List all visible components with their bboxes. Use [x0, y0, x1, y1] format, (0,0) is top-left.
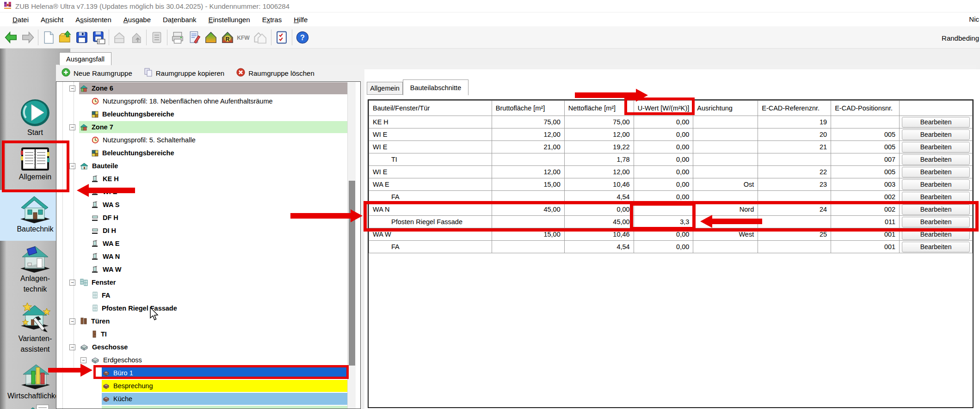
- renovation-r-house-icon[interactable]: R: [219, 29, 236, 46]
- tree-item-label: Beleuchtungsbereiche: [102, 110, 174, 118]
- bearbeiten-button[interactable]: Bearbeiten: [902, 142, 970, 153]
- bearbeiten-button[interactable]: Bearbeiten: [902, 179, 970, 190]
- tree-guide-line: [62, 82, 63, 409]
- tree-item-zone-6[interactable]: −Zone 6: [56, 82, 347, 95]
- open-folder-icon[interactable]: [57, 29, 74, 46]
- bearbeiten-button[interactable]: Bearbeiten: [902, 204, 970, 215]
- cell-bauteil: WA W: [369, 228, 492, 241]
- table-row[interactable]: FA4,540,00002Bearbeiten: [369, 191, 973, 203]
- help-icon[interactable]: ?: [294, 29, 311, 46]
- bearbeiten-button[interactable]: Bearbeiten: [902, 154, 970, 165]
- forward-icon[interactable]: [19, 29, 36, 46]
- bearbeiten-button[interactable]: Bearbeiten: [902, 167, 970, 177]
- checklist-icon[interactable]: [273, 29, 290, 46]
- tree-collapse-toggle[interactable]: −: [69, 280, 75, 286]
- cell-value: 19,22: [564, 141, 634, 153]
- tree-item-wa-n[interactable]: WA N: [56, 250, 347, 263]
- tree-item-wi-e[interactable]: WI E: [56, 185, 347, 198]
- buildings-outline-icon[interactable]: [253, 29, 269, 46]
- tree-item-bauteile[interactable]: −Bauteile: [56, 159, 347, 172]
- tree-item-geschosse[interactable]: −Geschosse: [56, 341, 347, 354]
- table-row[interactable]: WA E15,0010,460,00Ost23003Bearbeiten: [369, 178, 973, 191]
- tree-item-wa-e[interactable]: WA E: [56, 237, 347, 250]
- cell-value: 21,00: [492, 141, 564, 153]
- menu-item-datenbank[interactable]: Datenbank: [157, 14, 203, 25]
- menu-item-hilfe[interactable]: Hilfe: [288, 14, 314, 25]
- menu-item-datei[interactable]: Datei: [6, 14, 35, 25]
- table-row[interactable]: WA N45,000,00Nord24002Bearbeiten: [369, 203, 973, 216]
- bearbeiten-button[interactable]: Bearbeiten: [902, 117, 970, 128]
- tree-item-beleuchtungsbereiche[interactable]: Beleuchtungsbereiche: [56, 108, 347, 121]
- tree-collapse-toggle[interactable]: −: [80, 357, 86, 363]
- tree-collapse-toggle[interactable]: −: [69, 163, 75, 169]
- table-row[interactable]: WI E12,0012,000,0022005Bearbeiten: [369, 166, 973, 178]
- tree-item-di-h[interactable]: DI H: [56, 224, 347, 237]
- tab-bauteilabschnitte[interactable]: Bauteilabschnitte: [403, 79, 468, 95]
- table-row[interactable]: FA4,540,00001Bearbeiten: [369, 241, 973, 253]
- menu-item-einstellungen[interactable]: Einstellungen: [203, 14, 256, 25]
- tree-scrollbar-thumb[interactable]: [349, 181, 355, 366]
- tree-item-wa-w[interactable]: WA W: [56, 263, 347, 276]
- tree-item-beleuchtungsbereiche[interactable]: Beleuchtungsbereiche: [56, 147, 347, 159]
- table-row[interactable]: Pfosten Riegel Fassade45,003,3011Bearbei…: [369, 216, 973, 228]
- tree-item-zone-7[interactable]: −Zone 7: [56, 121, 347, 134]
- cell-actions: Bearbeiten: [900, 141, 973, 153]
- tree-item-label: Erdgeschoss: [103, 356, 142, 364]
- tree-scrollbar[interactable]: [347, 82, 356, 409]
- table-row[interactable]: KE H75,0075,000,0019Bearbeiten: [369, 116, 973, 128]
- tree-item-erdgeschoss[interactable]: −Erdgeschoss: [56, 354, 347, 366]
- cell-value: 12,00: [492, 128, 564, 141]
- raumgruppe-loeschen-button[interactable]: Raumgruppe löschen: [236, 68, 314, 78]
- save-as-icon[interactable]: [90, 29, 107, 46]
- tree-item-label: DI H: [103, 227, 116, 234]
- kfw-icon[interactable]: KFW: [236, 29, 253, 46]
- tree-item-nutzungsprofil-18-nebenflächen-ohne-aufenthaltsräume[interactable]: Nutzungsprofil: 18. Nebenflächen ohne Au…: [56, 95, 347, 108]
- table-row[interactable]: WA W15,0010,460,00West25001Bearbeiten: [369, 228, 973, 241]
- tree-collapse-toggle[interactable]: −: [69, 344, 75, 350]
- tree-collapse-toggle[interactable]: −: [69, 318, 75, 324]
- tree-item-fa[interactable]: FA: [56, 289, 347, 302]
- tree-item-besprechung[interactable]: Besprechung: [56, 379, 347, 392]
- save-icon[interactable]: [74, 29, 90, 46]
- raumgruppe-kopieren-button[interactable]: Raumgruppe kopieren: [144, 68, 224, 78]
- tree-collapse-toggle[interactable]: −: [69, 85, 75, 92]
- tree-collapse-toggle[interactable]: −: [69, 124, 75, 130]
- table-row[interactable]: WI E21,0019,220,0021005Bearbeiten: [369, 141, 973, 153]
- menu-item-extras[interactable]: Extras: [256, 14, 288, 25]
- tab-allgemein[interactable]: Allgemein: [367, 82, 403, 95]
- tree-item-pfosten-riegel-fassade[interactable]: Pfosten Riegel Fassade: [56, 302, 347, 315]
- tree-item-küche[interactable]: Küche: [56, 392, 347, 405]
- menu-item-ausgabe[interactable]: Ausgabe: [117, 14, 157, 25]
- back-icon[interactable]: [3, 29, 19, 46]
- tab-ausgangsfall[interactable]: Ausgangsfall: [59, 52, 111, 65]
- cell-bauteil: WI E: [369, 128, 492, 141]
- tree-item-türen[interactable]: −Türen: [56, 315, 347, 328]
- bearbeiten-button[interactable]: Bearbeiten: [902, 129, 970, 140]
- tree-item-büro-1[interactable]: Büro 1: [56, 366, 347, 379]
- notes-icon[interactable]: [148, 29, 165, 46]
- bearbeiten-button[interactable]: Bearbeiten: [902, 242, 970, 252]
- menu-item-ansicht[interactable]: Ansicht: [35, 14, 69, 25]
- energy-house-icon[interactable]: [203, 29, 219, 46]
- bearbeiten-button[interactable]: Bearbeiten: [902, 229, 970, 240]
- neue-raumgruppe-button[interactable]: Neue Raumgruppe: [62, 68, 132, 78]
- tree-item-wa-s[interactable]: WA S: [56, 198, 347, 211]
- tree-item-empfang[interactable]: Empfang: [56, 405, 347, 409]
- table-row[interactable]: WI E12,0012,000,0020005Bearbeiten: [369, 128, 973, 141]
- tree-item-df-h[interactable]: DF H: [56, 211, 347, 224]
- tree-item-nutzungsprofil-5-schalterhalle[interactable]: Nutzungsprofil: 5. Schalterhalle: [56, 134, 347, 147]
- tree-item-ti[interactable]: TI: [56, 328, 347, 341]
- table-row[interactable]: TI1,780,00007Bearbeiten: [369, 153, 973, 166]
- cell-value: [693, 153, 758, 166]
- bearbeiten-button[interactable]: Bearbeiten: [902, 217, 970, 227]
- print-icon[interactable]: [169, 29, 186, 46]
- menu-item-assistenten[interactable]: Assistenten: [69, 14, 117, 25]
- report-edit-icon[interactable]: [186, 29, 203, 46]
- new-file-icon[interactable]: [40, 29, 57, 46]
- bearbeiten-button[interactable]: Bearbeiten: [902, 192, 970, 202]
- building-export-icon[interactable]: [128, 29, 144, 46]
- tree-item-fenster[interactable]: −Fenster: [56, 276, 347, 289]
- wall-icon: [92, 266, 99, 273]
- building-outline-icon[interactable]: [111, 29, 128, 46]
- tree-item-ke-h[interactable]: KE H: [56, 172, 347, 185]
